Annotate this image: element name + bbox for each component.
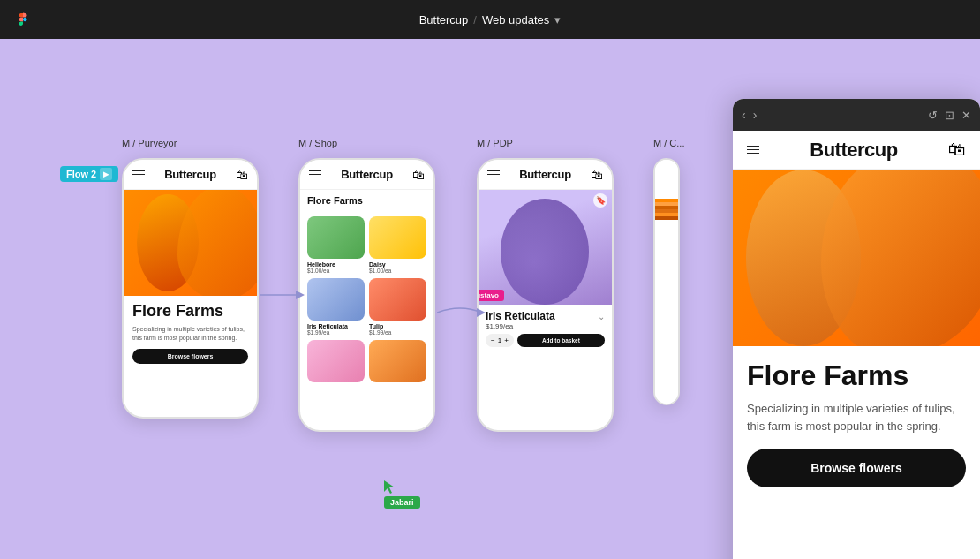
list-item[interactable]: Iris Reticulata $1.99/ea: [307, 278, 365, 336]
pdp-brand: Buttercup: [519, 168, 571, 181]
partial-header: [653, 160, 680, 199]
item-name: Iris Reticulata: [307, 323, 365, 329]
pdp-price: $1.99/ea: [486, 322, 605, 330]
overlay-phone-header: Buttercup 🛍: [733, 131, 980, 170]
frame-label-pdp: M / PDP: [477, 138, 513, 148]
topbar: Buttercup / Web updates ▾: [0, 0, 980, 39]
close-button[interactable]: ✕: [961, 109, 971, 122]
overlay-hero-flower: [821, 170, 980, 346]
tulip-image: [369, 278, 426, 321]
overlay-hamburger-icon[interactable]: [747, 146, 759, 155]
daisy-image: [369, 216, 426, 259]
flow-play-button[interactable]: ▶: [100, 168, 112, 180]
list-item[interactable]: Daisy $1.00/ea: [369, 216, 426, 274]
overlay-window: ‹ › ↺ ⊡ ✕ Buttercup 🛍 Flore Fa: [733, 99, 980, 559]
list-item[interactable]: [369, 340, 426, 385]
purveyor-content: Flore Farms Specializing in multiple var…: [124, 296, 257, 371]
pdp-header: Buttercup 🛍: [479, 160, 612, 190]
hellebore-image: [307, 216, 365, 259]
frame-label-purveyor: M / Purveyor: [122, 138, 177, 148]
overlay-bag-icon[interactable]: 🛍: [948, 140, 966, 160]
nav-forward-button[interactable]: ›: [753, 108, 758, 122]
purveyor-hero: [124, 190, 257, 296]
overlay-action-buttons: ↺ ⊡ ✕: [928, 109, 971, 122]
jabari-cursor-arrow: [384, 480, 396, 495]
item-name: Daisy: [369, 261, 426, 268]
add-to-basket-button[interactable]: Add to basket: [517, 334, 605, 347]
hamburger-icon[interactable]: [132, 170, 145, 179]
external-link-button[interactable]: ⊡: [945, 109, 954, 122]
list-item[interactable]: Hellebore $1.00/ea: [307, 216, 365, 274]
purveyor-header: Buttercup 🛍: [124, 160, 257, 190]
pdp-product-name: Iris Reticulata: [486, 310, 555, 322]
overlay-description: Specializing in multiple varieties of tu…: [747, 400, 966, 434]
item-price: $1.00/ea: [369, 268, 426, 274]
overlay-nav-buttons: ‹ ›: [742, 108, 757, 122]
phone-purveyor: Buttercup 🛍 Flore Farms Specializing in …: [122, 158, 259, 419]
shop-section-header: Flore Farms: [300, 190, 433, 216]
shop-header: Buttercup 🛍: [300, 160, 433, 190]
topbar-title: Buttercup / Web updates ▾: [419, 13, 562, 26]
pink-flower-image: [307, 340, 365, 382]
hero-flower: [177, 190, 257, 296]
jabari-cursor-label: Jabari: [384, 496, 420, 509]
pdp-info: Iris Reticulata ⌄ $1.99/ea − 1 + Add to …: [479, 305, 612, 352]
overlay-hero: [733, 170, 980, 346]
shop-grid: Hellebore $1.00/ea Daisy $1.00/ea Iris R…: [300, 216, 433, 385]
phone-shop: Buttercup 🛍 Flore Farms Hellebore $1.00/…: [298, 158, 435, 432]
overlay-content: Buttercup 🛍 Flore Farms Specializing in …: [733, 131, 980, 559]
nav-back-button[interactable]: ‹: [742, 108, 746, 122]
gustavo-cursor-label: Gustavo: [479, 290, 504, 301]
item-name: Hellebore: [307, 261, 365, 268]
frame-label-shop: M / Shop: [298, 138, 337, 148]
list-item[interactable]: Tulip $1.99/ea: [369, 278, 426, 336]
item-price: $1.99/ea: [307, 329, 365, 336]
purveyor-title: Flore Farms: [132, 303, 248, 321]
iris-image: [307, 278, 365, 321]
project-name[interactable]: Buttercup: [419, 13, 469, 26]
canvas: M / Purveyor M / Shop M / PDP M / C... F…: [0, 39, 980, 559]
pdp-quantity-stepper[interactable]: − 1 +: [486, 334, 514, 347]
page-name[interactable]: Web updates: [482, 13, 549, 26]
page-chevron[interactable]: ▾: [554, 13, 561, 26]
orange-flower-image: [369, 340, 426, 382]
flow-badge[interactable]: Flow 2 ▶: [60, 166, 118, 182]
partial-color-6: [653, 216, 680, 220]
bookmark-icon[interactable]: 🔖: [593, 193, 607, 208]
jabari-cursor-container: Jabari: [384, 480, 420, 509]
item-price: $1.99/ea: [369, 329, 426, 336]
play-icon: ▶: [103, 170, 109, 178]
overlay-info: Flore Farms Specializing in multiple var…: [733, 346, 980, 502]
item-name: Tulip: [369, 323, 426, 329]
partial-phone-inner: [653, 160, 680, 405]
topbar-left: [11, 7, 35, 32]
reload-button[interactable]: ↺: [928, 109, 938, 122]
pdp-chevron-down: ⌄: [598, 312, 605, 321]
qty-minus[interactable]: −: [491, 336, 495, 344]
overlay-title: Flore Farms: [747, 360, 966, 391]
shop-brand: Buttercup: [341, 168, 393, 181]
shop-bag-icon[interactable]: 🛍: [412, 168, 425, 182]
pdp-hamburger-icon[interactable]: [487, 170, 500, 179]
pdp-bag-icon[interactable]: 🛍: [591, 168, 603, 182]
frame-label-checkout: M / C...: [653, 138, 684, 148]
shop-section-title: Flore Farms: [307, 195, 426, 206]
overlay-titlebar: ‹ › ↺ ⊡ ✕: [733, 99, 980, 131]
item-price: $1.00/ea: [307, 268, 365, 274]
qty-plus[interactable]: +: [504, 336, 509, 344]
overlay-brand: Buttercup: [810, 139, 897, 162]
breadcrumb-separator: /: [473, 13, 477, 26]
qty-value: 1: [498, 336, 501, 344]
figma-logo[interactable]: [11, 7, 35, 32]
overlay-browse-button[interactable]: Browse flowers: [747, 449, 966, 487]
list-item[interactable]: [307, 340, 365, 385]
phone-partial: [653, 158, 680, 405]
phone-pdp: Buttercup 🛍 Gustavo 🔖 Iris Reticulata ⌄ …: [477, 158, 614, 432]
pdp-actions: − 1 + Add to basket: [486, 334, 605, 347]
pdp-hero: Gustavo 🔖: [479, 190, 612, 305]
flow-badge-label: Flow 2: [66, 169, 96, 179]
shop-hamburger-icon[interactable]: [309, 170, 321, 179]
browse-flowers-button[interactable]: Browse flowers: [132, 349, 248, 364]
bag-icon[interactable]: 🛍: [236, 168, 248, 182]
purveyor-brand: Buttercup: [164, 168, 216, 181]
